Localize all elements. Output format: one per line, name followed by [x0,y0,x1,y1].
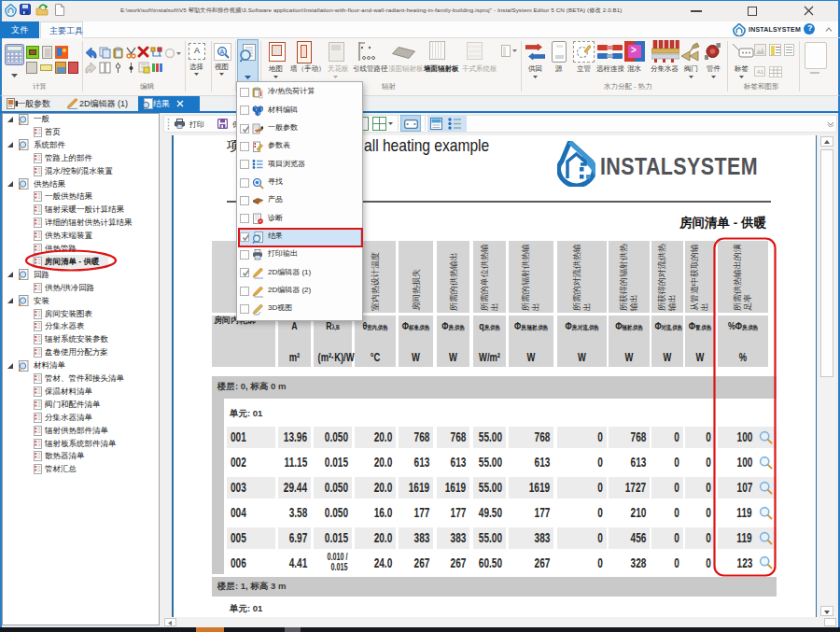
svg-text:A: A [220,49,225,55]
